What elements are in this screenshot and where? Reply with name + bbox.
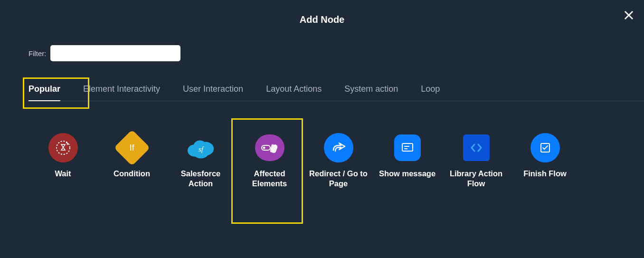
node-label: Condition — [114, 169, 150, 179]
tab-element-interactivity[interactable]: Element Interactivity — [83, 84, 160, 101]
tab-layout-actions[interactable]: Layout Actions — [266, 84, 322, 101]
checkbox-icon — [530, 134, 561, 161]
filter-input[interactable] — [50, 45, 180, 61]
node-finish-flow[interactable]: Finish Flow — [511, 130, 579, 194]
message-icon — [392, 134, 423, 161]
node-label: Finish Flow — [523, 169, 567, 179]
dialog-title: Add Node — [0, 0, 644, 25]
close-button[interactable] — [622, 9, 635, 22]
node-label: Salesforce Action — [169, 169, 232, 189]
node-label: Library Action Flow — [445, 169, 508, 189]
node-affected-elements[interactable]: Affected Elements — [235, 130, 304, 194]
close-icon — [624, 10, 634, 20]
if-icon: If — [116, 134, 148, 161]
nodes-grid: Wait If Condition sf Salesforce Action — [28, 130, 644, 194]
node-library-action-flow[interactable]: Library Action Flow — [442, 130, 511, 194]
tabs: Popular Element Interactivity User Inter… — [28, 84, 644, 101]
svg-point-7 — [263, 147, 265, 149]
tab-loop[interactable]: Loop — [421, 84, 440, 101]
filter-label: Filter: — [28, 49, 47, 57]
node-show-message[interactable]: Show message — [373, 130, 442, 194]
tab-system-action[interactable]: System action — [344, 84, 398, 101]
node-label: Redirect / Go to Page — [307, 169, 370, 189]
hourglass-icon — [47, 134, 79, 161]
node-salesforce-action[interactable]: sf Salesforce Action — [166, 130, 235, 194]
node-label: Affected Elements — [238, 169, 301, 189]
svg-rect-8 — [402, 143, 413, 151]
node-label: Show message — [379, 169, 436, 179]
tab-user-interaction[interactable]: User Interaction — [183, 84, 243, 101]
arrow-forward-icon — [323, 134, 354, 161]
hand-click-icon — [254, 134, 285, 161]
salesforce-icon: sf — [185, 134, 217, 161]
node-redirect[interactable]: Redirect / Go to Page — [304, 130, 373, 194]
filter-row: Filter: — [28, 45, 644, 61]
code-icon — [461, 134, 492, 161]
node-condition[interactable]: If Condition — [97, 130, 166, 194]
tab-popular[interactable]: Popular — [28, 84, 60, 101]
node-label: Wait — [55, 169, 71, 179]
node-wait[interactable]: Wait — [28, 130, 97, 194]
